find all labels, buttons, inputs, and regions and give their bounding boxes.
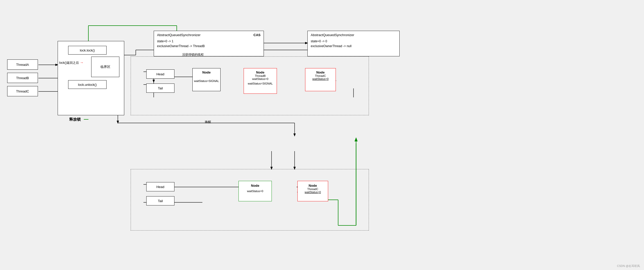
thread-b-label: ThreadB — [16, 76, 29, 80]
thread-c-label: ThreadC — [16, 89, 29, 93]
thread-a-label: ThreadA — [16, 63, 29, 67]
thread-c-box: ThreadC — [7, 86, 38, 96]
lock-unlock-box: lock.unlock() — [68, 80, 107, 89]
lock-return-label: lock()返回之后 → — [59, 60, 84, 65]
lower-node-left: Node waitStatus=0 — [238, 181, 272, 201]
aqs-right-content: state=0 -> 0 exclusiveOwnerThread -> nul… — [311, 39, 396, 49]
watermark: CSDN @右耳听风 — [617, 264, 640, 268]
aqs-right-title: AbstractQueuedSynchronizer — [311, 33, 354, 37]
aqs-top-title: AbstractQueuedSynchronizer — [157, 33, 201, 37]
lock-lock-label: lock.lock() — [80, 48, 95, 52]
lower-tail-box: Tail — [146, 196, 174, 205]
lower-head-box: Head — [146, 182, 174, 191]
upper-node-right: Node ThreadC waitStatus=0 — [305, 68, 336, 91]
aqs-top-content: state=0 -> 1 exclusiveOwnerThread -> Thr… — [157, 39, 261, 49]
lock-unlock-label: lock.unlock() — [78, 83, 97, 87]
upper-head-box: Head — [146, 69, 174, 79]
main-outer-box: lock.lock() lock.unlock() 临界区 lock()返回之后… — [58, 41, 124, 115]
diagram: prev next prev next prev next — [0, 0, 644, 270]
aqs-top-box: AbstractQueuedSynchronizer CAS state=0 -… — [154, 31, 264, 56]
lower-queue-container: Head Tail Node waitStatus=0 Node ThreadC… — [131, 169, 369, 231]
upper-tail-box: Tail — [146, 84, 174, 93]
no-lock-label: 没获得锁的线程 — [182, 53, 204, 57]
upper-queue-container: 没获得锁的线程 Head Tail Node waitStatus=SIGNAL… — [131, 56, 369, 115]
thread-b-box: ThreadB — [7, 73, 38, 83]
thread-a-box: ThreadA — [7, 59, 38, 70]
upper-node-middle: Node ThreadB waitStatus=0 waitStatus=SIG… — [244, 68, 277, 94]
aqs-top-badge: CAS — [254, 33, 261, 37]
critical-label: 临界区 — [100, 65, 110, 69]
lock-lock-box: lock.lock() — [68, 46, 107, 55]
lower-node-right: Node ThreadC waitStatus=0 — [297, 181, 328, 201]
critical-section-box: 临界区 — [91, 57, 119, 77]
upper-node-left: Node waitStatus=SIGNAL — [192, 68, 221, 91]
release-lock-label: 释放锁 — — [69, 117, 88, 122]
aqs-right-box: AbstractQueuedSynchronizer state=0 -> 0 … — [307, 31, 400, 56]
wakeup-label: 唤醒 — [205, 120, 211, 124]
